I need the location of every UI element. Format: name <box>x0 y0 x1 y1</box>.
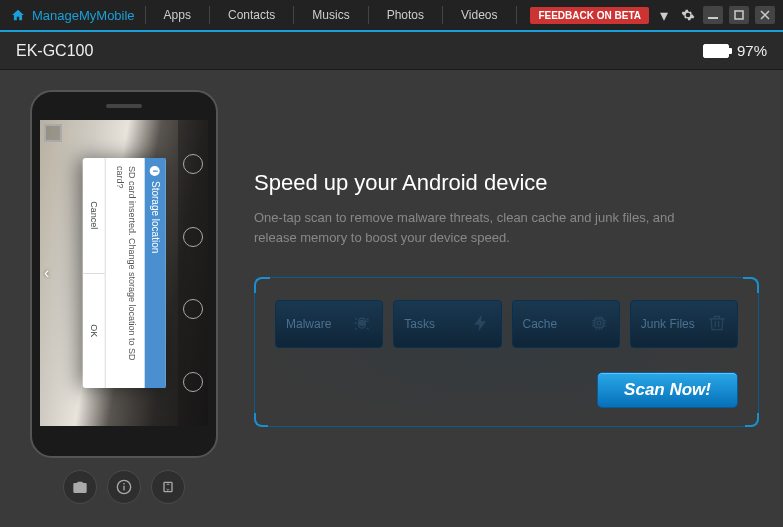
phone-speaker <box>106 104 142 108</box>
topbar-right-controls: FEEDBACK ON BETA ▾ <box>530 6 783 24</box>
tile-malware[interactable]: Malware <box>275 300 383 348</box>
device-status-bar: EK-GC100 97% <box>0 32 783 70</box>
tile-label: Cache <box>523 317 558 331</box>
scan-category-tiles: Malware Tasks Cache <box>275 300 738 348</box>
close-button[interactable] <box>755 6 775 24</box>
panel-corner-icon <box>254 413 268 427</box>
home-icon[interactable] <box>6 0 30 31</box>
main-area: ‹ i Storage location SD card inserted. C… <box>0 70 783 527</box>
nav-contacts[interactable]: Contacts <box>210 8 293 22</box>
tile-tasks[interactable]: Tasks <box>393 300 501 348</box>
chevron-left-icon: ‹ <box>44 264 49 282</box>
trash-icon <box>707 313 727 336</box>
camera-control-icon <box>183 299 203 319</box>
scan-now-button[interactable]: Scan Now! <box>597 372 738 408</box>
bug-icon <box>352 313 372 336</box>
feedback-button[interactable]: FEEDBACK ON BETA <box>530 7 649 24</box>
info-button[interactable] <box>107 470 141 504</box>
svg-rect-8 <box>597 321 600 324</box>
separator <box>516 6 517 24</box>
info-icon: i <box>150 166 160 176</box>
nav-videos[interactable]: Videos <box>443 8 515 22</box>
dialog-title-bar: i Storage location <box>145 158 166 388</box>
focus-box-icon <box>44 124 62 142</box>
svg-rect-7 <box>595 318 603 326</box>
tile-cache[interactable]: Cache <box>512 300 620 348</box>
content-column: Speed up your Android device One-tap sca… <box>254 90 759 517</box>
svg-rect-0 <box>708 17 718 19</box>
nav-musics[interactable]: Musics <box>294 8 367 22</box>
eject-button[interactable] <box>151 470 185 504</box>
lightning-icon <box>471 313 491 336</box>
info-icon <box>116 479 132 495</box>
nav-apps[interactable]: Apps <box>146 8 209 22</box>
eject-icon <box>160 479 176 495</box>
app-title[interactable]: ManageMyMobile <box>30 8 145 23</box>
camera-control-icon <box>183 227 203 247</box>
phone-frame: ‹ i Storage location SD card inserted. C… <box>30 90 218 458</box>
battery-icon <box>703 44 729 58</box>
panel-corner-icon <box>745 413 759 427</box>
tile-label: Tasks <box>404 317 435 331</box>
svg-rect-3 <box>123 486 124 491</box>
phone-preview-column: ‹ i Storage location SD card inserted. C… <box>24 90 224 517</box>
svg-rect-4 <box>123 483 124 484</box>
phone-screen[interactable]: ‹ i Storage location SD card inserted. C… <box>40 120 208 426</box>
tile-junk-files[interactable]: Junk Files <box>630 300 738 348</box>
svg-point-6 <box>359 319 366 326</box>
camera-icon <box>72 479 88 495</box>
scan-panel: Malware Tasks Cache <box>254 277 759 427</box>
camera-control-icon <box>183 372 203 392</box>
maximize-button[interactable] <box>729 6 749 24</box>
tile-label: Junk Files <box>641 317 695 331</box>
top-menu-bar: ManageMyMobile Apps Contacts Musics Phot… <box>0 0 783 32</box>
gear-icon[interactable] <box>679 6 697 24</box>
dropdown-icon[interactable]: ▾ <box>655 6 673 24</box>
camera-control-icon <box>183 154 203 174</box>
dialog-buttons: Cancel OK <box>82 158 105 388</box>
dialog-title: Storage location <box>150 181 161 253</box>
storage-dialog: i Storage location SD card inserted. Cha… <box>82 158 165 388</box>
svg-rect-1 <box>735 11 743 19</box>
nav-photos[interactable]: Photos <box>369 8 442 22</box>
page-subtext: One-tap scan to remove malware threats, … <box>254 208 694 247</box>
dialog-ok-button[interactable]: OK <box>82 274 104 389</box>
dialog-cancel-button[interactable]: Cancel <box>82 158 104 274</box>
scan-button-row: Scan Now! <box>275 372 738 408</box>
tile-label: Malware <box>286 317 331 331</box>
battery-status: 97% <box>703 42 767 59</box>
dialog-body: SD card inserted. Change storage locatio… <box>105 158 144 388</box>
battery-percent: 97% <box>737 42 767 59</box>
page-headline: Speed up your Android device <box>254 170 759 196</box>
phone-action-buttons <box>63 470 185 504</box>
camera-controls-bar <box>178 120 208 426</box>
chip-icon <box>589 313 609 336</box>
minimize-button[interactable] <box>703 6 723 24</box>
screenshot-button[interactable] <box>63 470 97 504</box>
device-name: EK-GC100 <box>16 42 93 60</box>
